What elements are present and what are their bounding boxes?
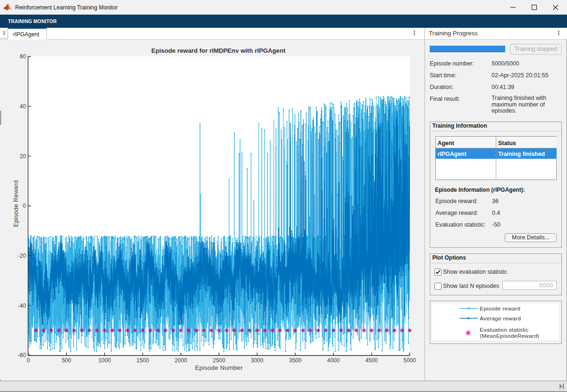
svg-text:3000: 3000 — [251, 357, 264, 364]
svg-text:4500: 4500 — [365, 357, 378, 364]
svg-text:2000: 2000 — [175, 357, 187, 364]
svg-text:1000: 1000 — [98, 357, 111, 364]
svg-text:0: 0 — [23, 203, 26, 209]
svg-text:2500: 2500 — [213, 357, 225, 364]
svg-text:-20: -20 — [18, 253, 26, 259]
svg-text:Episode Reward: Episode Reward — [12, 180, 19, 227]
svg-text:40: 40 — [20, 103, 26, 110]
svg-text:Episode reward for rlMDPEnv wi: Episode reward for rlMDPEnv with rlPGAge… — [151, 47, 286, 54]
svg-text:500: 500 — [62, 357, 71, 364]
svg-text:-40: -40 — [18, 302, 26, 309]
svg-text:Episode Number: Episode Number — [195, 364, 242, 371]
svg-text:-60: -60 — [18, 352, 26, 359]
svg-text:20: 20 — [20, 153, 26, 160]
svg-text:1500: 1500 — [136, 357, 149, 364]
svg-text:4000: 4000 — [327, 357, 340, 364]
svg-text:3500: 3500 — [289, 357, 302, 364]
svg-text:5000: 5000 — [403, 357, 416, 364]
svg-text:0: 0 — [27, 357, 30, 364]
svg-text:60: 60 — [20, 53, 26, 60]
